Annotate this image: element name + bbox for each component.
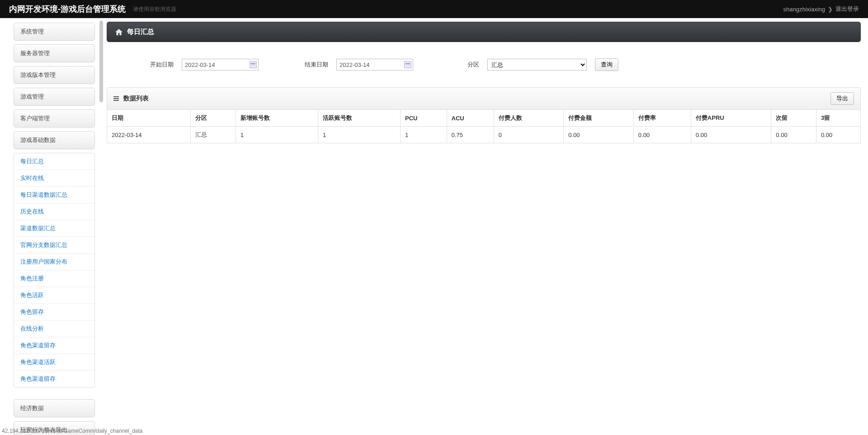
top-navbar: 内网开发环境-游戏后台管理系统 请使用谷歌浏览器 shangzhixiaxing… bbox=[0, 0, 868, 18]
sidebar-item[interactable]: 实时在线 bbox=[14, 170, 94, 187]
zone-label: 分区 bbox=[466, 61, 479, 69]
start-date-input[interactable] bbox=[182, 59, 259, 71]
status-bar-url: 42.194.221.189/UserStat/GameComm/daily_c… bbox=[2, 428, 143, 434]
table-cell: 0.00 bbox=[564, 127, 634, 143]
sidebar-item[interactable]: 注册用户国家分布 bbox=[14, 254, 94, 270]
end-date-input[interactable] bbox=[336, 59, 413, 71]
sidebar-item[interactable]: 历史在线 bbox=[14, 203, 94, 220]
table-header-row: 日期分区新增账号数活跃账号数PCUACU付费人数付费金额付费率付费APRU次留3… bbox=[107, 110, 861, 127]
table-column-header: ACU bbox=[447, 110, 494, 127]
app-brand: 内网开发环境-游戏后台管理系统 bbox=[9, 4, 126, 14]
table-column-header: 付费人数 bbox=[494, 110, 564, 127]
table-cell: 0 bbox=[494, 127, 564, 143]
sidebar-item[interactable]: 官网分支数据汇总 bbox=[14, 237, 94, 254]
export-button[interactable]: 导出 bbox=[830, 92, 854, 105]
table-cell: 1 bbox=[318, 127, 400, 143]
end-date-label: 结束日期 bbox=[302, 61, 328, 69]
table-cell: 0.00 bbox=[771, 127, 816, 143]
sidebar-item[interactable]: 角色渠道留存 bbox=[14, 337, 94, 354]
filter-bar: 开始日期 结束日期 分区 汇总 查询 bbox=[107, 42, 861, 87]
start-date-label: 开始日期 bbox=[147, 61, 174, 69]
scrollbar-thumb[interactable] bbox=[99, 21, 103, 102]
table-column-header: 活跃账号数 bbox=[318, 110, 400, 127]
sidebar-item[interactable]: 角色渠道活跃 bbox=[14, 354, 94, 371]
table-cell: 1 bbox=[236, 127, 318, 143]
home-icon bbox=[115, 29, 123, 35]
table-cell: 2022-03-14 bbox=[107, 127, 191, 143]
sidebar-item[interactable]: 每日渠道数据汇总 bbox=[14, 187, 94, 203]
table-body: 2022-03-14汇总1110.7500.000.000.000.000.00 bbox=[107, 127, 861, 143]
page-header: 每日汇总 bbox=[107, 22, 861, 42]
sidebar-group[interactable]: 游戏版本管理 bbox=[14, 66, 95, 84]
table-column-header: 次留 bbox=[771, 110, 816, 127]
sidebar-item[interactable]: 角色活跃 bbox=[14, 287, 94, 304]
table-column-header: 新增账号数 bbox=[236, 110, 318, 127]
sidebar-group[interactable]: 系统管理 bbox=[14, 23, 95, 41]
table-cell: 1 bbox=[400, 127, 447, 143]
table-column-header: 付费率 bbox=[633, 110, 691, 127]
sidebar-submenu: 每日汇总实时在线每日渠道数据汇总历史在线渠道数据汇总官网分支数据汇总注册用户国家… bbox=[14, 153, 95, 388]
table-row: 2022-03-14汇总1110.7500.000.000.000.000.00 bbox=[107, 127, 861, 143]
table-cell: 汇总 bbox=[191, 127, 236, 143]
data-list-title: 数据列表 bbox=[123, 95, 149, 103]
table-column-header: 分区 bbox=[191, 110, 236, 127]
table-column-header: 日期 bbox=[107, 110, 191, 127]
sidebar-item[interactable]: 角色注册 bbox=[14, 270, 94, 287]
table-cell: 0.00 bbox=[633, 127, 691, 143]
username-link[interactable]: shangzhixiaxing bbox=[783, 6, 825, 13]
page-title: 每日汇总 bbox=[127, 28, 154, 36]
data-table: 日期分区新增账号数活跃账号数PCUACU付费人数付费金额付费率付费APRU次留3… bbox=[107, 109, 861, 143]
sidebar-item[interactable]: 角色留存 bbox=[14, 304, 94, 321]
logout-link[interactable]: 退出登录 bbox=[835, 5, 859, 13]
table-cell: 0.00 bbox=[691, 127, 771, 143]
sidebar-item[interactable]: 每日汇总 bbox=[14, 153, 94, 170]
table-cell: 0.00 bbox=[816, 127, 860, 143]
browser-hint: 请使用谷歌浏览器 bbox=[133, 5, 176, 13]
chevron-right-icon: ❯ bbox=[828, 6, 833, 13]
sidebar-group[interactable]: 经济数据 bbox=[14, 399, 95, 417]
data-list-header: 数据列表 导出 bbox=[107, 87, 861, 109]
list-icon bbox=[113, 96, 119, 101]
table-column-header: 3留 bbox=[816, 110, 860, 127]
sidebar-item[interactable]: 在线分析 bbox=[14, 321, 94, 337]
sidebar-group[interactable]: 游戏基础数据 bbox=[14, 131, 95, 149]
table-column-header: 付费APRU bbox=[691, 110, 771, 127]
table-column-header: PCU bbox=[400, 110, 447, 127]
sidebar-group[interactable]: 服务器管理 bbox=[14, 44, 95, 62]
sidebar: 系统管理服务器管理游戏版本管理游戏管理客户端管理游戏基础数据 每日汇总实时在线每… bbox=[0, 18, 104, 435]
zone-select[interactable]: 汇总 bbox=[487, 59, 587, 71]
sidebar-group[interactable]: 客户端管理 bbox=[14, 109, 95, 128]
sidebar-group[interactable]: 游戏管理 bbox=[14, 88, 95, 106]
table-cell: 0.75 bbox=[447, 127, 494, 143]
table-column-header: 付费金额 bbox=[564, 110, 634, 127]
main-content: 每日汇总 开始日期 结束日期 分区 bbox=[104, 18, 868, 435]
sidebar-item[interactable]: 角色渠道留存 bbox=[14, 371, 94, 387]
sidebar-item[interactable]: 渠道数据汇总 bbox=[14, 220, 94, 237]
query-button[interactable]: 查询 bbox=[595, 58, 618, 71]
nav-right: shangzhixiaxing ❯ 退出登录 bbox=[783, 5, 859, 13]
